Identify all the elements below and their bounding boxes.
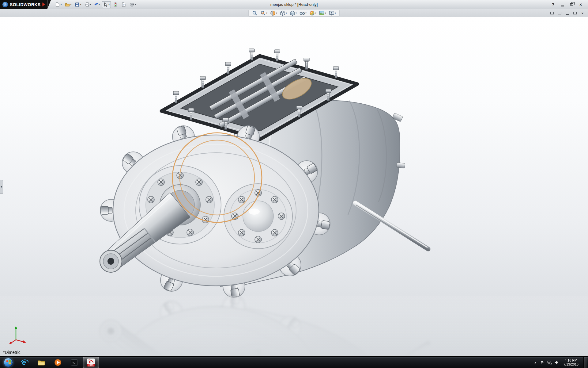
dropdown-arrow-icon[interactable]: ▾ <box>80 3 81 6</box>
dropdown-arrow-icon[interactable]: ▾ <box>266 12 267 14</box>
clock-date: 7/13/2015 <box>564 362 579 366</box>
minimize-button[interactable] <box>559 1 566 8</box>
clock-time: 4:16 PM <box>564 358 579 362</box>
viewport-3d[interactable]: *Dimetric <box>0 17 588 356</box>
edit-appearance-button[interactable]: ▾ <box>309 10 317 16</box>
red-chevron-icon <box>42 2 45 6</box>
document-window-controls: × <box>549 11 585 15</box>
taskbar-command-prompt-button[interactable]: >_ <box>66 357 82 368</box>
windows-orb-icon <box>4 358 13 367</box>
hide-show-items-button[interactable]: ▾ <box>299 10 307 16</box>
minimize-icon <box>566 14 569 15</box>
split-view-vertical-button[interactable] <box>549 11 554 15</box>
system-tray: ▲ 4:16 PM 7/13/2015 <box>533 357 588 368</box>
featuremanager-collapsed-tab[interactable] <box>0 180 3 194</box>
dropdown-arrow-icon[interactable]: ▾ <box>108 3 110 6</box>
view-orientation-button[interactable]: ▾ <box>280 10 287 16</box>
taskbar-file-explorer-button[interactable] <box>33 357 49 368</box>
view-orientation-label: *Dimetric <box>3 350 21 355</box>
save-button[interactable]: ▾ <box>74 1 82 8</box>
logo-wedge <box>47 0 51 9</box>
dropdown-arrow-icon[interactable]: ▾ <box>90 3 91 6</box>
folder-icon <box>37 358 45 366</box>
split-view-horizontal-button[interactable] <box>557 11 562 15</box>
scene-landscape-icon <box>319 10 325 16</box>
new-document-button[interactable]: ▾ <box>54 1 63 8</box>
dropdown-arrow-icon[interactable]: ▾ <box>315 12 316 14</box>
dropdown-arrow-icon[interactable]: ▾ <box>276 12 277 14</box>
dropdown-arrow-icon[interactable]: ▾ <box>135 3 136 6</box>
glasses-icon <box>300 10 305 16</box>
open-folder-icon <box>65 2 70 7</box>
shaded-cube-icon <box>290 10 295 16</box>
new-document-icon <box>55 2 60 7</box>
z-axis-arrow <box>11 340 16 343</box>
media-player-icon <box>54 358 62 366</box>
options-button[interactable]: ▾ <box>128 1 137 8</box>
close-button[interactable]: × <box>577 1 584 8</box>
print-button[interactable]: ▾ <box>84 1 92 8</box>
select-cursor-icon <box>103 2 108 7</box>
dropdown-arrow-icon[interactable]: ▾ <box>325 12 326 14</box>
document-title: menjac sklop * [Read-only] <box>270 2 318 7</box>
network-icon[interactable] <box>547 360 552 365</box>
zoom-to-fit-button[interactable] <box>252 10 258 16</box>
restore-button[interactable] <box>568 1 575 8</box>
viewport-top-strip: ▾ ▾ ▾ ▾ ▾ ▾ ▾ <box>0 9 588 17</box>
apply-scene-button[interactable]: ▾ <box>319 10 326 16</box>
zoom-to-area-button[interactable]: ▾ <box>260 10 268 16</box>
action-center-icon[interactable] <box>540 360 545 365</box>
solidworks-logo: ds SOLIDWORKS <box>0 0 47 9</box>
close-document-button[interactable]: × <box>580 11 585 15</box>
x-axis-arrow <box>16 340 24 342</box>
view-cube-icon <box>280 10 285 16</box>
print-icon <box>85 2 90 7</box>
select-button[interactable]: ▾ <box>102 1 111 8</box>
view-settings-icon <box>329 10 334 16</box>
taskbar-internet-explorer-button[interactable]: e <box>17 357 33 368</box>
section-view-button[interactable]: ▾ <box>270 10 277 16</box>
undo-button[interactable]: ↶ ▾ <box>93 2 101 8</box>
rebuild-icon <box>113 2 118 7</box>
dropdown-arrow-icon[interactable]: ▾ <box>99 3 100 6</box>
taskbar-media-player-button[interactable] <box>50 357 66 368</box>
taskbar-clock[interactable]: 4:16 PM 7/13/2015 <box>561 358 581 366</box>
taskbar-solidworks-button[interactable]: 2015 <box>83 357 99 368</box>
view-settings-button[interactable]: ▾ <box>329 10 336 16</box>
dropdown-arrow-icon[interactable]: ▾ <box>286 12 287 14</box>
file-properties-button[interactable] <box>120 1 127 8</box>
dropdown-arrow-icon[interactable]: ▾ <box>60 3 62 6</box>
dropdown-arrow-icon[interactable]: ▾ <box>335 12 336 14</box>
3d-scene[interactable] <box>0 17 588 356</box>
dassault-3ds-icon: ds <box>2 2 8 7</box>
taskbar: e >_ 2015 ▲ 4:16 PM 7/13/2015 <box>0 356 588 368</box>
svg-text:2015: 2015 <box>89 364 94 366</box>
volume-icon[interactable] <box>554 360 559 365</box>
restore-document-button[interactable] <box>572 11 577 15</box>
file-properties-icon <box>121 2 126 7</box>
main-toolbar: ▾ ▾ ▾ ▾ ↶ ▾ ▾ <box>51 1 140 8</box>
start-button[interactable] <box>0 357 17 368</box>
options-gear-icon <box>130 2 134 7</box>
gearbox-model[interactable] <box>100 49 429 297</box>
undo-icon: ↶ <box>95 2 99 7</box>
windows-flag-icon <box>6 360 10 365</box>
solidworks-2015-icon: 2015 <box>87 358 95 367</box>
dropdown-arrow-icon[interactable]: ▾ <box>296 12 297 14</box>
titlebar: ds SOLIDWORKS ▾ ▾ ▾ ▾ ↶ <box>0 0 588 9</box>
display-style-button[interactable]: ▾ <box>289 10 297 16</box>
window-controls: ? × <box>549 1 588 8</box>
help-button[interactable]: ? <box>549 1 557 8</box>
minimize-icon <box>561 6 564 6</box>
magnifier-area-icon <box>260 10 266 16</box>
split-vertical-icon <box>550 12 554 14</box>
dropdown-arrow-icon[interactable]: ▾ <box>305 12 307 14</box>
headsup-view-toolbar: ▾ ▾ ▾ ▾ ▾ ▾ ▾ <box>248 10 340 17</box>
show-desktop-button[interactable] <box>583 357 587 368</box>
svg-text:>_: >_ <box>72 361 75 364</box>
show-hidden-icons-button[interactable]: ▲ <box>533 361 537 364</box>
minimize-document-button[interactable] <box>565 11 570 15</box>
open-button[interactable]: ▾ <box>64 1 73 8</box>
rebuild-button[interactable] <box>112 1 119 8</box>
dropdown-arrow-icon[interactable]: ▾ <box>70 3 71 6</box>
